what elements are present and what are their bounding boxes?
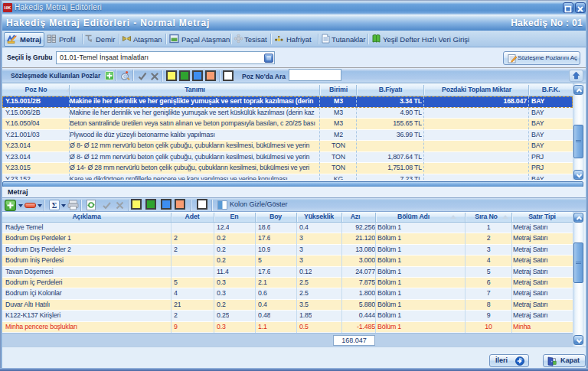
svg-text:Σ: Σ <box>52 201 57 210</box>
